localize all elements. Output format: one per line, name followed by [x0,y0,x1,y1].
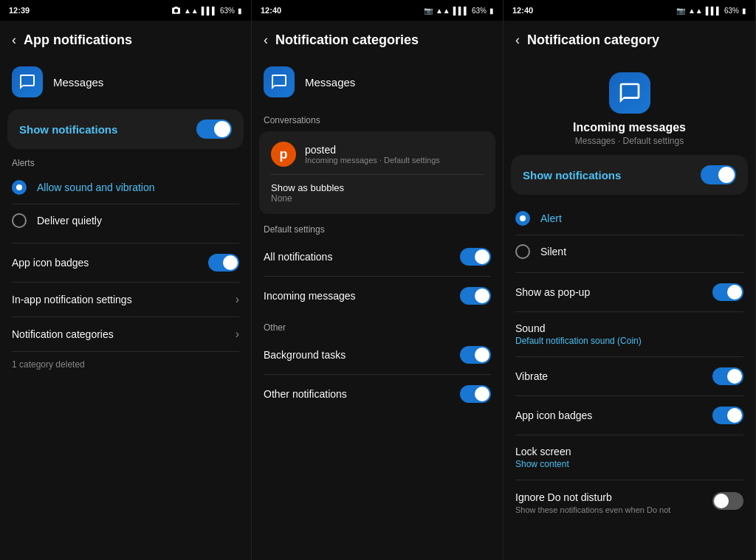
app-icon-badges-label-1: App icon badges [12,257,89,269]
show-notifications-toggle-3[interactable] [701,165,736,184]
app-name-2: Messages [305,76,355,89]
show-notifications-label-1: Show notifications [19,123,117,136]
deliver-quietly-radio[interactable]: Deliver quietly [0,204,251,237]
show-as-popup-label: Show as pop-up [515,286,590,298]
bubble-row: Show as bubbles None [271,182,484,204]
status-time-2: 12:40 [261,6,281,15]
allow-sound-radio-circle[interactable] [12,180,27,195]
sound-label: Sound [515,322,545,334]
silent-radio-row[interactable]: Silent [504,235,755,268]
status-icons-3: 📷 ▲▲ ▌▌▌ 63% ▮ [676,7,746,15]
vibrate-toggle[interactable] [712,367,743,385]
lock-screen-row[interactable]: Lock screen Show content [504,435,755,480]
show-notifications-label-3: Show notifications [523,169,621,182]
signal-icon-3: ▌▌▌ [706,7,721,15]
app-icon-badges-toggle-1[interactable] [208,254,239,272]
camera-icon-3: 📷 [676,7,685,15]
app-icon-badges-label-3: App icon badges [515,409,592,421]
other-notifications-toggle[interactable] [460,385,491,403]
battery-icon-3: ▮ [742,7,746,15]
other-notifications-row[interactable]: Other notifications [252,375,503,413]
messages-app-icon-1 [12,66,43,97]
in-app-notifications-row[interactable]: In-app notification settings › [0,283,251,317]
battery-icon-1: ▮ [238,7,242,15]
app-icon-badges-row-3[interactable]: App icon badges [504,396,755,435]
back-button-1[interactable]: ‹ [12,32,16,48]
vibrate-label: Vibrate [515,370,548,382]
bottom-note-1: 1 category deleted [0,352,251,377]
app-icon-badges-toggle-3[interactable] [712,407,743,424]
battery-text-3: 63% [724,7,739,15]
vibrate-row[interactable]: Vibrate [504,357,755,395]
status-icons-1: ▲▲ ▌▌▌ 63% ▮ [171,6,242,15]
posted-avatar-letter: p [280,147,288,162]
lock-screen-sub: Show content [515,459,569,469]
card-row: p posted Incoming messages · Default set… [271,142,484,167]
all-notifications-toggle[interactable] [460,248,491,266]
deliver-quietly-radio-circle[interactable] [12,213,27,228]
ignore-dnd-toggle[interactable] [712,492,743,510]
app-row-2: Messages [252,59,503,108]
allow-sound-label: Allow sound and vibration [37,182,155,193]
signal-icon: ▌▌▌ [202,7,217,15]
show-as-popup-row[interactable]: Show as pop-up [504,273,755,311]
notification-categories-row[interactable]: Notification categories › [0,317,251,351]
nc-app-icon [609,72,650,114]
back-button-3[interactable]: ‹ [515,32,520,48]
nc-category-sub: Messages · Default settings [575,136,684,146]
status-icons-2: 📷 ▲▲ ▌▌▌ 63% ▮ [424,7,494,15]
sound-row[interactable]: Sound Default notification sound (Coin) [504,312,755,356]
battery-text-2: 63% [472,7,487,15]
panel-notification-category: 12:40 📷 ▲▲ ▌▌▌ 63% ▮ ‹ Notification cate… [504,0,756,560]
allow-sound-radio[interactable]: Allow sound and vibration [0,171,251,204]
show-notifications-row-1[interactable]: Show notifications [7,109,244,149]
nc-category-title: Incoming messages [573,121,686,134]
in-app-chevron: › [236,293,239,306]
incoming-messages-label: Incoming messages [264,290,356,302]
background-tasks-row[interactable]: Background tasks [252,336,503,374]
silent-radio-circle[interactable] [515,244,530,259]
posted-avatar: p [271,142,296,167]
header-2: ‹ Notification categories [252,21,503,59]
sound-sub: Default notification sound (Coin) [515,336,642,346]
incoming-messages-toggle[interactable] [460,287,491,305]
alert-radio-circle[interactable] [515,211,530,226]
status-bar-3: 12:40 📷 ▲▲ ▌▌▌ 63% ▮ [504,0,755,21]
ignore-dnd-row[interactable]: Ignore Do not disturb Show these notific… [504,480,755,525]
conversations-card[interactable]: p posted Incoming messages · Default set… [259,131,495,214]
app-icon-badges-row-1[interactable]: App icon badges [0,243,251,282]
show-notifications-row-3[interactable]: Show notifications [511,155,748,195]
messages-icon-2 [270,73,288,91]
all-notifications-row[interactable]: All notifications [252,238,503,276]
ignore-dnd-sub: Show these notifications even when Do no… [515,505,670,514]
panel-notification-categories: 12:40 📷 ▲▲ ▌▌▌ 63% ▮ ‹ Notification cate… [252,0,504,560]
camera-icon-2: 📷 [424,7,433,15]
header-1: ‹ App notifications [0,21,251,59]
nc-app-section: Incoming messages Messages · Default set… [504,59,755,153]
status-bar-1: 12:39 ▲▲ ▌▌▌ 63% ▮ [0,0,251,21]
wifi-icon-2: ▲▲ [436,7,450,15]
alert-label: Alert [540,212,562,224]
ignore-dnd-text-col: Ignore Do not disturb Show these notific… [515,491,670,514]
app-row-1: Messages [0,59,251,108]
notification-categories-label: Notification categories [12,328,114,340]
background-tasks-toggle[interactable] [460,346,491,364]
page-title-2: Notification categories [275,32,419,48]
lock-screen-label: Lock screen [515,446,571,457]
incoming-messages-row[interactable]: Incoming messages [252,277,503,315]
page-title-3: Notification category [527,32,659,48]
ignore-dnd-label: Ignore Do not disturb [515,491,612,503]
all-notifications-label: All notifications [264,251,332,263]
posted-sub: Incoming messages · Default settings [305,156,484,165]
show-notifications-toggle-1[interactable] [196,120,232,139]
other-section-label: Other [252,315,503,336]
card-text-col: posted Incoming messages · Default setti… [305,144,484,165]
messages-app-icon-2 [264,66,295,97]
default-settings-label: Default settings [252,217,503,238]
alerts-section-label: Alerts [0,151,251,171]
wifi-icon: ▲▲ [184,7,199,15]
back-button-2[interactable]: ‹ [264,32,268,48]
notification-categories-chevron: › [236,328,239,341]
alert-radio-row[interactable]: Alert [504,202,755,235]
show-as-popup-toggle[interactable] [712,283,743,301]
